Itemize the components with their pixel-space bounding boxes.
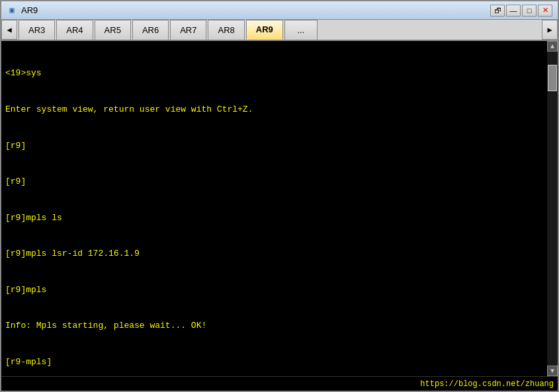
window-title: AR9	[21, 5, 490, 15]
app-icon: ▣	[7, 5, 17, 16]
minimize-button[interactable]: —	[506, 5, 521, 17]
scrollbar[interactable]: ▲ ▼	[547, 41, 558, 376]
terminal-line: Info: Mpls starting, please wait... OK!	[5, 320, 543, 332]
tab-ar7[interactable]: AR7	[170, 20, 206, 40]
terminal-line: [r9-mpls]	[5, 356, 543, 368]
tab-ar3[interactable]: AR3	[19, 20, 55, 40]
window-controls: 🗗 — □ ✕	[490, 5, 552, 17]
scrollbar-thumb[interactable]	[548, 65, 557, 91]
status-bar: https://blog.csdn.net/zhuang	[1, 376, 558, 391]
tab-ar5[interactable]: AR5	[95, 20, 131, 40]
terminal-line: <19>sys	[5, 67, 543, 79]
restore-button[interactable]: 🗗	[490, 5, 505, 17]
scrollbar-down-button[interactable]: ▼	[547, 366, 558, 376]
terminal-line: Enter system view, return user view with…	[5, 104, 543, 116]
maximize-button[interactable]: □	[522, 5, 537, 17]
tab-ar6[interactable]: AR6	[132, 20, 169, 40]
tab-more[interactable]: ...	[284, 20, 318, 40]
scrollbar-up-button[interactable]: ▲	[547, 41, 558, 52]
terminal-line: [r9]mpls ls	[5, 212, 543, 224]
tab-ar4[interactable]: AR4	[56, 20, 93, 40]
status-url: https://blog.csdn.net/zhuang	[420, 379, 554, 389]
terminal-line: [r9]	[5, 176, 543, 188]
tab-bar: ◀ AR3 AR4 AR5 AR6 AR7 AR8 AR9 ... ▶	[1, 20, 558, 41]
terminal-line: [r9]mpls lsr-id 172.16.1.9	[5, 248, 543, 260]
main-window: ▣ AR9 🗗 — □ ✕ ◀ AR3 AR4 AR5 AR6 AR7 AR8 …	[0, 0, 559, 392]
tab-ar9[interactable]: AR9	[246, 20, 283, 40]
tab-ar8[interactable]: AR8	[208, 20, 244, 40]
close-button[interactable]: ✕	[538, 5, 552, 17]
terminal-area: <19>sys Enter system view, return user v…	[1, 41, 558, 376]
terminal-line: [r9]	[5, 140, 543, 152]
terminal-line: [r9]mpls	[5, 284, 543, 296]
tab-right-arrow[interactable]: ▶	[542, 20, 558, 40]
terminal-output[interactable]: <19>sys Enter system view, return user v…	[1, 41, 547, 376]
tab-left-arrow[interactable]: ◀	[1, 20, 17, 40]
title-bar: ▣ AR9 🗗 — □ ✕	[1, 1, 558, 20]
